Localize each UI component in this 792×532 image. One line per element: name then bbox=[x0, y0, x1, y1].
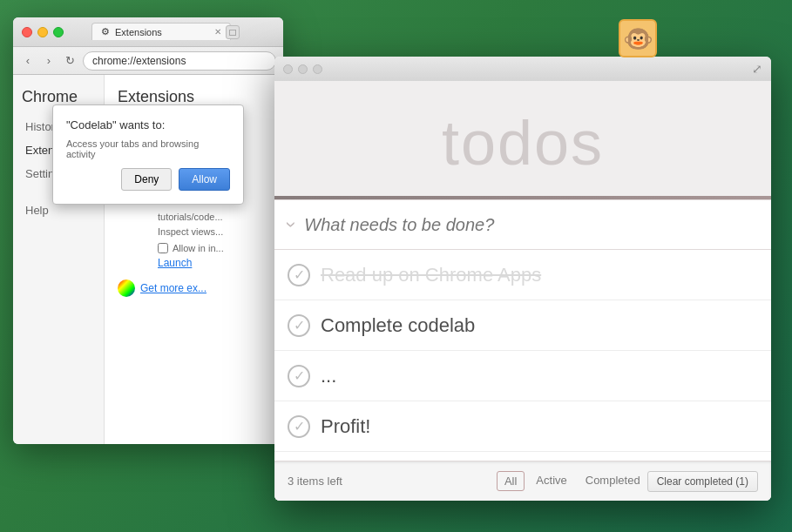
todo-checkbox[interactable]: ✓ bbox=[288, 314, 310, 337]
filter-completed-button[interactable]: Completed bbox=[579, 471, 647, 491]
permission-buttons: Deny Allow bbox=[66, 168, 230, 191]
todo-item: ✓ Complete codelab bbox=[274, 300, 771, 351]
launch-link[interactable]: Launch bbox=[158, 257, 270, 269]
todo-text: Read up on Chrome Apps bbox=[321, 264, 758, 286]
todos-body: todos › ✓ Read up on Chrome Apps ✓ Compl… bbox=[274, 81, 771, 501]
todo-item: ✓ ... bbox=[274, 351, 771, 401]
filter-all-button[interactable]: All bbox=[497, 471, 525, 491]
browser-tab[interactable]: ⚙ Extensions ✕ bbox=[91, 23, 231, 40]
forward-button[interactable]: › bbox=[41, 53, 57, 69]
tab-close-icon[interactable]: ✕ bbox=[214, 27, 221, 37]
deny-button[interactable]: Deny bbox=[121, 168, 172, 191]
todo-item: ✓ Profit! bbox=[274, 401, 771, 452]
todos-footer: 3 items left All Active Completed Clear … bbox=[274, 461, 771, 501]
items-left-count: 3 items left bbox=[288, 475, 497, 488]
close-button[interactable] bbox=[22, 27, 32, 37]
browser-toolbar: ‹ › ↻ chrome://extensions bbox=[13, 47, 283, 75]
todo-text: Complete codelab bbox=[321, 314, 758, 337]
browser-titlebar: ⚙ Extensions ✕ □ bbox=[13, 17, 283, 47]
todos-window: ⤢ todos › ✓ Read up on Chrome Apps ✓ Com… bbox=[274, 57, 771, 501]
todos-titlebar: ⤢ bbox=[274, 57, 771, 81]
filter-buttons: All Active Completed bbox=[497, 471, 647, 491]
todos-maximize-button[interactable] bbox=[313, 64, 322, 74]
allow-incognito-label: Allow in in... bbox=[173, 243, 224, 253]
extension-path: tutorials/code... bbox=[158, 211, 270, 224]
todo-checkbox[interactable]: ✓ bbox=[288, 415, 310, 438]
todo-item: ✓ Read up on Chrome Apps bbox=[274, 250, 771, 300]
reload-button[interactable]: ↻ bbox=[62, 53, 78, 69]
todos-minimize-button[interactable] bbox=[298, 64, 308, 74]
browser-window: ⚙ Extensions ✕ □ ‹ › ↻ chrome://extensio… bbox=[13, 17, 283, 444]
back-button[interactable]: ‹ bbox=[20, 53, 36, 69]
todos-close-button[interactable] bbox=[283, 64, 293, 74]
allow-incognito-row: Allow in in... bbox=[158, 243, 270, 253]
todo-checkbox[interactable]: ✓ bbox=[288, 264, 310, 286]
minimize-button[interactable] bbox=[37, 27, 48, 37]
address-text: chrome://extensions bbox=[92, 55, 186, 67]
main-title: Extensions bbox=[118, 88, 270, 106]
inspect-views[interactable]: Inspect views... bbox=[158, 226, 270, 239]
new-todo-input[interactable] bbox=[304, 215, 758, 235]
filter-active-button[interactable]: Active bbox=[529, 471, 573, 491]
sidebar-title: Chrome bbox=[22, 88, 95, 106]
maximize-button[interactable] bbox=[53, 27, 64, 37]
clear-completed-button[interactable]: Clear completed (1) bbox=[647, 471, 758, 492]
todos-input-area: › bbox=[274, 199, 771, 250]
new-tab-button[interactable]: □ bbox=[226, 25, 240, 39]
todos-divider bbox=[274, 196, 771, 199]
allow-button[interactable]: Allow bbox=[179, 168, 230, 191]
todos-list: ✓ Read up on Chrome Apps ✓ Complete code… bbox=[274, 250, 771, 461]
todos-expand-icon[interactable]: ⤢ bbox=[752, 62, 762, 76]
rainbow-icon bbox=[118, 279, 135, 297]
toggle-all-icon[interactable]: › bbox=[280, 221, 302, 227]
todo-checkbox[interactable]: ✓ bbox=[288, 365, 310, 387]
allow-incognito-checkbox[interactable] bbox=[158, 243, 168, 253]
traffic-lights bbox=[22, 27, 64, 37]
todo-text: ... bbox=[321, 365, 758, 387]
tab-label: Extensions bbox=[115, 27, 162, 37]
avatar: 🐵 bbox=[619, 19, 657, 57]
address-bar[interactable]: chrome://extensions bbox=[83, 51, 276, 71]
tab-favicon-icon: ⚙ bbox=[101, 26, 110, 37]
todos-header: todos bbox=[274, 81, 771, 196]
todos-app-title: todos bbox=[274, 107, 771, 178]
permission-description: Access your tabs and browsing activity bbox=[66, 138, 230, 159]
permission-dialog: "Codelab" wants to: Access your tabs and… bbox=[52, 104, 244, 205]
todo-text: Profit! bbox=[321, 415, 758, 438]
get-more-extensions-link[interactable]: Get more ex... bbox=[118, 279, 270, 297]
permission-title: "Codelab" wants to: bbox=[66, 118, 230, 131]
